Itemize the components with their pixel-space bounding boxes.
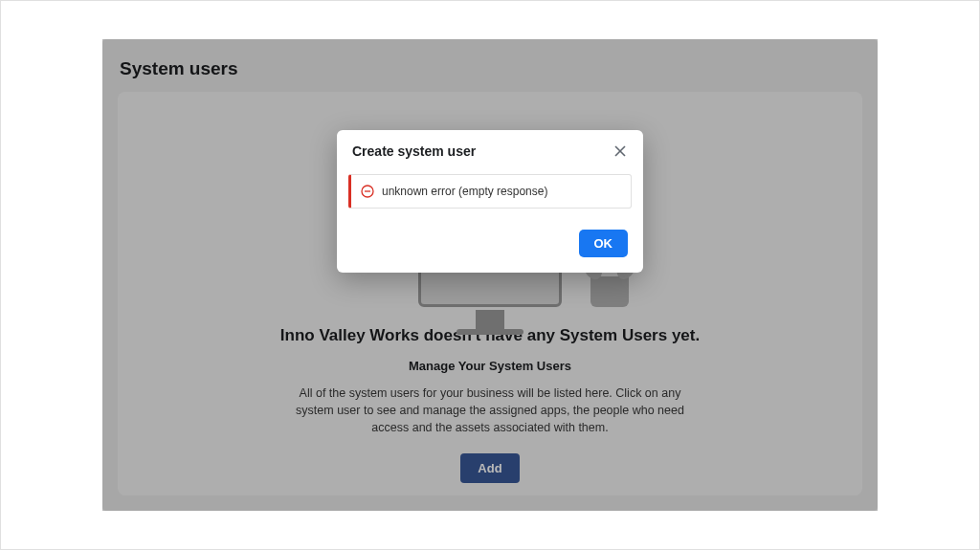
outer-frame: System users (0, 0, 980, 550)
ok-button[interactable]: OK (579, 230, 629, 257)
modal-footer: OK (337, 222, 643, 273)
error-icon (361, 185, 374, 198)
app-panel: System users (102, 39, 878, 511)
modal-title: Create system user (352, 143, 476, 159)
close-icon[interactable] (612, 143, 628, 159)
modal-overlay[interactable] (102, 39, 878, 511)
error-message: unknown error (empty response) (382, 185, 547, 198)
modal-header: Create system user (337, 130, 643, 166)
create-system-user-modal: Create system user unkn (337, 130, 643, 273)
modal-body: unknown error (empty response) (337, 166, 643, 222)
inner-frame: System users (11, 11, 969, 539)
error-box: unknown error (empty response) (348, 174, 632, 209)
